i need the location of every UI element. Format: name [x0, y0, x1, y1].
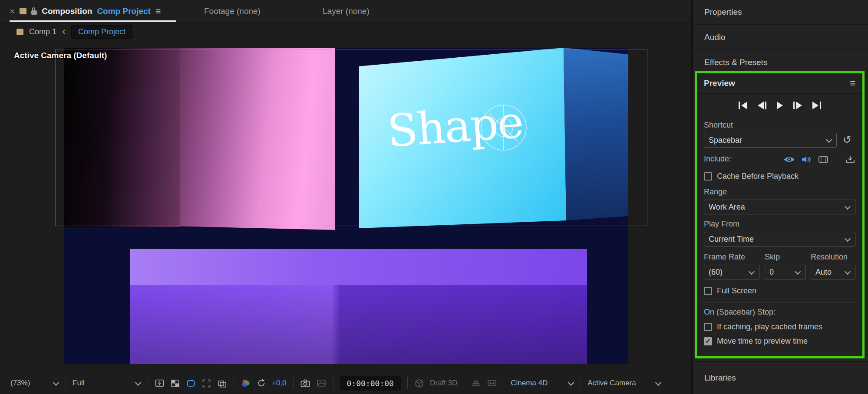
active-tab-underline — [10, 20, 176, 22]
resolution-value: Full — [73, 379, 84, 387]
full-screen-row[interactable]: Full Screen — [704, 286, 855, 296]
breadcrumb-current[interactable]: Comp Project — [71, 25, 132, 39]
gradient-wall-left — [64, 48, 180, 227]
skip-dropdown[interactable]: 0 — [765, 265, 805, 279]
include-label: Include: — [704, 154, 731, 164]
divider — [504, 377, 504, 389]
preview-resolution-dropdown[interactable]: Auto — [811, 265, 855, 279]
after-effects-window: × Composition Comp Project ≡ Footage (no… — [0, 0, 868, 394]
move-time-checkbox[interactable] — [704, 337, 712, 345]
divider — [333, 377, 333, 389]
transparency-grid-icon[interactable] — [170, 378, 180, 388]
frame-rate-value: (60) — [709, 268, 723, 277]
if-caching-row[interactable]: If caching, play cached frames — [704, 322, 855, 332]
if-caching-label: If caching, play cached frames — [717, 322, 822, 332]
divider — [464, 377, 464, 389]
timecode-display[interactable]: 0:00:00:00 — [340, 376, 401, 391]
range-label: Range — [704, 187, 855, 197]
preview-panel-header[interactable]: Preview ≡ — [697, 73, 862, 94]
cache-render-icon[interactable] — [845, 155, 855, 164]
renderer-dropdown[interactable]: Cinema 4D — [511, 379, 574, 387]
move-time-row[interactable]: Move time to preview time — [704, 336, 855, 346]
shortcut-value: Spacebar — [709, 136, 742, 145]
tab-footage[interactable]: Footage (none) — [204, 0, 261, 22]
chevron-down-icon — [826, 136, 832, 142]
shortcut-label: Shortcut — [704, 121, 855, 130]
take-snapshot-icon[interactable] — [300, 378, 310, 388]
if-caching-checkbox[interactable] — [704, 323, 712, 331]
include-video-icon[interactable] — [783, 155, 795, 164]
chevron-down-icon — [845, 235, 851, 241]
divider — [293, 377, 294, 389]
tab-composition[interactable]: × Composition Comp Project ≡ — [10, 0, 161, 22]
magnification-dropdown[interactable]: (73%) — [10, 379, 59, 387]
skip-label: Skip — [765, 253, 805, 262]
region-of-interest-icon[interactable] — [201, 378, 211, 388]
panel-header-label: Libraries — [704, 373, 736, 383]
composition-panel: × Composition Comp Project ≡ Footage (no… — [0, 0, 691, 394]
exposure-group: +0,0 — [241, 378, 287, 388]
breadcrumb: Comp 1 ‹ Comp Project — [0, 23, 691, 41]
shortcut-dropdown[interactable]: Spacebar — [704, 133, 837, 148]
comp-thumbnail-icon — [20, 8, 26, 14]
chevron-down-icon — [655, 379, 661, 385]
frame-rate-dropdown[interactable]: (60) — [704, 265, 759, 279]
go-to-start-button[interactable] — [739, 102, 747, 109]
show-snapshot-icon[interactable] — [316, 378, 327, 388]
exposure-value[interactable]: +0,0 — [272, 379, 287, 387]
previous-frame-button[interactable] — [758, 102, 766, 109]
camera-view-value: Active Camera — [587, 379, 636, 387]
render-canvas[interactable]: Shape — [64, 48, 628, 364]
draft-3d-label[interactable]: Draft 3D — [430, 379, 457, 387]
full-screen-label: Full Screen — [717, 286, 756, 296]
breadcrumb-root[interactable]: Comp 1 — [29, 27, 56, 36]
snapshot-group — [300, 378, 327, 388]
range-dropdown[interactable]: Work Area — [704, 200, 855, 214]
range-value: Work Area — [709, 203, 745, 212]
next-frame-button[interactable] — [793, 102, 802, 109]
panel-header-libraries[interactable]: Libraries — [693, 361, 868, 394]
reset-exposure-icon[interactable] — [257, 378, 266, 388]
viewer-toolbar: (73%) Full +0,0 — [0, 372, 691, 394]
composition-viewport[interactable]: Shape Active Camera (Default) — [0, 41, 691, 372]
comp-icon — [17, 29, 23, 35]
include-audio-icon[interactable] — [801, 155, 812, 164]
renderer-value: Cinema 4D — [511, 379, 548, 387]
cache-before-playback-row[interactable]: Cache Before Playback — [704, 171, 855, 181]
lock-icon[interactable] — [31, 10, 37, 15]
panel-header-properties[interactable]: Properties — [693, 0, 868, 25]
camera-view-dropdown[interactable]: Active Camera — [587, 379, 661, 387]
show-channel-icon[interactable] — [241, 378, 251, 388]
mask-visibility-icon[interactable] — [186, 378, 196, 388]
go-to-end-button[interactable] — [812, 102, 821, 109]
panel-header-audio[interactable]: Audio — [693, 25, 868, 50]
resolution-dropdown[interactable]: Full — [73, 379, 141, 387]
reset-settings-icon[interactable]: ↺ — [843, 135, 851, 145]
fast-previews-icon[interactable] — [155, 378, 165, 388]
include-overlays-icon[interactable] — [818, 155, 828, 164]
ground-plane-icon[interactable] — [471, 378, 481, 388]
extended-viewer-icon[interactable] — [487, 378, 497, 388]
play-from-dropdown[interactable]: Current Time — [704, 232, 855, 246]
viewer-tab-bar: × Composition Comp Project ≡ Footage (no… — [0, 0, 691, 23]
view-options-icons — [155, 378, 227, 388]
section-divider — [703, 302, 856, 302]
play-from-label: Play From — [704, 220, 855, 229]
full-screen-checkbox[interactable] — [704, 287, 712, 295]
preview-resolution-value: Auto — [815, 268, 832, 277]
chevron-down-icon — [568, 379, 574, 385]
tab-layer[interactable]: Layer (none) — [323, 0, 370, 22]
close-tab-icon[interactable]: × — [10, 7, 15, 16]
panel-menu-icon[interactable]: ≡ — [850, 78, 855, 89]
tab-composition-label: Composition — [42, 7, 92, 16]
play-button[interactable] — [777, 102, 783, 109]
chevron-down-icon — [749, 268, 755, 274]
cache-before-playback-checkbox[interactable] — [704, 172, 712, 181]
pixel-aspect-icon[interactable] — [217, 378, 227, 388]
draft-3d-icon[interactable] — [414, 378, 424, 388]
playback-controls — [697, 94, 862, 117]
panel-header-label: Audio — [704, 33, 726, 42]
panel-menu-icon[interactable]: ≡ — [155, 6, 161, 16]
camera-point-of-interest-gizmo[interactable] — [471, 96, 536, 161]
chevron-down-icon — [845, 268, 851, 274]
